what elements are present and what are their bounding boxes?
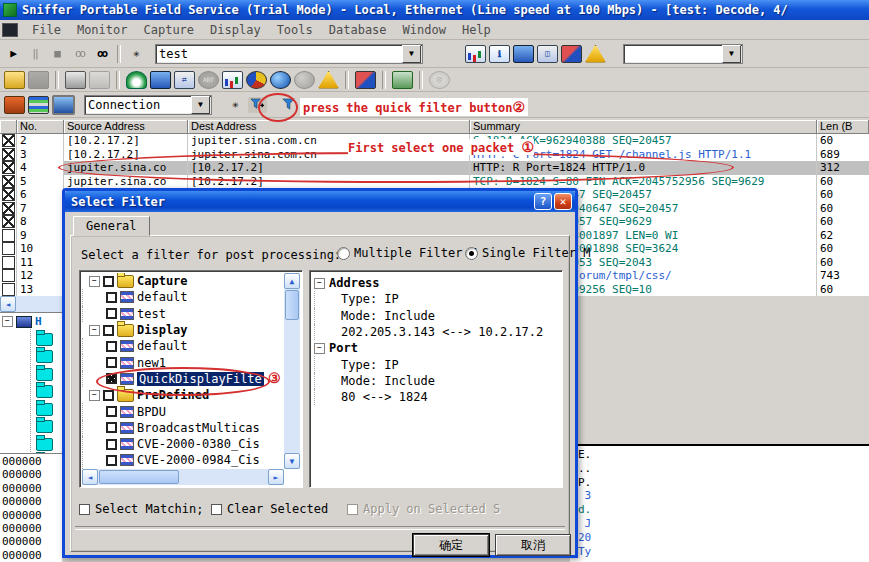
tab-general[interactable]: General: [73, 216, 150, 236]
row-checkbox[interactable]: [2, 283, 15, 296]
tree-item-filter[interactable]: BPDU: [82, 403, 284, 419]
checkbox-select-matching[interactable]: Select Matchin;: [79, 502, 203, 516]
header-len[interactable]: Len (B: [817, 120, 869, 134]
dialog-title-bar[interactable]: Select Filter ? ✕: [65, 191, 575, 212]
scroll-down-icon[interactable]: ▼: [284, 453, 300, 469]
menu-monitor[interactable]: Monitor: [69, 21, 136, 39]
menu-capture[interactable]: Capture: [135, 21, 202, 39]
row-checkbox[interactable]: [2, 161, 15, 174]
add-filter-icon[interactable]: [248, 97, 267, 113]
tree-item-filter[interactable]: default: [82, 338, 284, 354]
tree-folder-display[interactable]: − Display: [82, 322, 284, 338]
dashboard-gauge-icon[interactable]: [126, 71, 147, 89]
monitor-icon[interactable]: [52, 95, 75, 115]
decode-folder-icon[interactable]: [36, 403, 53, 416]
chevron-down-icon[interactable]: ▼: [191, 96, 210, 114]
alarm-log-icon[interactable]: [318, 71, 339, 89]
expand-icon[interactable]: −: [89, 276, 100, 287]
menu-tools[interactable]: Tools: [269, 21, 321, 39]
checkbox-icon[interactable]: [79, 504, 90, 515]
row-checkbox[interactable]: [2, 242, 15, 255]
tree-checkbox[interactable]: [106, 439, 117, 450]
tree-hscrollbar[interactable]: ◄ ►: [82, 469, 284, 485]
tree-vscrollbar[interactable]: ▲ ▼: [284, 273, 300, 469]
detail-port-header[interactable]: − Port: [314, 340, 562, 356]
chevron-down-icon[interactable]: ▼: [722, 45, 741, 63]
menu-display[interactable]: Display: [202, 21, 269, 39]
protocol-distribution-icon[interactable]: [561, 45, 582, 63]
row-checkbox[interactable]: [2, 202, 15, 215]
host-table-icon[interactable]: [513, 45, 534, 63]
tree-checkbox[interactable]: [106, 406, 117, 417]
menu-database[interactable]: Database: [321, 21, 395, 39]
tree-checkbox[interactable]: [103, 390, 114, 401]
tree-checkbox[interactable]: [106, 422, 117, 433]
close-button[interactable]: ✕: [554, 193, 572, 210]
tree-checkbox-checked[interactable]: [106, 373, 117, 384]
expand-icon[interactable]: −: [89, 390, 100, 401]
dashboard-icon[interactable]: [465, 45, 486, 63]
tree-folder-predefined[interactable]: − PreDefined: [82, 387, 284, 403]
ok-button[interactable]: 确定: [413, 534, 489, 556]
header-summary[interactable]: Summary: [470, 120, 817, 134]
decode-folder-icon[interactable]: [36, 333, 53, 346]
row-checkbox[interactable]: [2, 175, 15, 188]
capture-wizard-icon[interactable]: ✳: [127, 46, 146, 62]
row-checkbox[interactable]: [2, 256, 15, 269]
tree-item-quick-display-filter[interactable]: QuickDisplayFilte: [82, 371, 284, 387]
radio-multiple-filter[interactable]: Multiple Filter M: [337, 246, 477, 260]
header-no[interactable]: No.: [17, 120, 64, 134]
packet-generator-icon[interactable]: [392, 71, 413, 89]
profiles-icon[interactable]: [28, 96, 49, 114]
decode-folder-icon[interactable]: [36, 438, 53, 451]
tree-item-filter[interactable]: CVE-2000-0380_Cis: [82, 436, 284, 452]
right-combobox[interactable]: ▼: [623, 44, 743, 64]
row-checkbox[interactable]: [2, 269, 15, 282]
row-checkbox[interactable]: [2, 148, 15, 161]
tree-item-filter[interactable]: CVE-2000-0984_Cis: [82, 452, 284, 468]
tree-checkbox[interactable]: [106, 455, 117, 466]
expand-icon[interactable]: −: [314, 343, 325, 354]
start-capture-icon[interactable]: ▶: [4, 46, 23, 62]
table-row[interactable]: 5 jupiter.sina.co [10.2.17.2] TCP: D=182…: [0, 175, 869, 189]
address-book-icon[interactable]: [4, 96, 25, 114]
radio-icon-selected[interactable]: [465, 247, 478, 260]
expand-icon[interactable]: −: [89, 325, 100, 336]
scroll-thumb[interactable]: [285, 290, 299, 320]
tree-checkbox[interactable]: [106, 308, 117, 319]
row-checkbox[interactable]: [2, 229, 15, 242]
row-checkbox[interactable]: [2, 134, 15, 147]
capture-panel-icon[interactable]: [355, 71, 376, 89]
host-table-icon[interactable]: [150, 71, 171, 89]
quick-filter-icon[interactable]: [279, 97, 298, 113]
tree-item-filter[interactable]: new1: [82, 354, 284, 370]
checkbox-icon[interactable]: [211, 504, 222, 515]
scroll-left-icon[interactable]: ◄: [0, 296, 16, 312]
row-checkbox[interactable]: [2, 188, 15, 201]
cancel-button[interactable]: 取消: [495, 534, 571, 556]
detail-address-header[interactable]: − Address: [314, 275, 562, 291]
decode-folder-icon[interactable]: [36, 420, 53, 433]
tree-checkbox[interactable]: [106, 341, 117, 352]
filter-combobox[interactable]: Connection ▼: [84, 95, 212, 115]
global-statistics-icon[interactable]: [270, 71, 291, 89]
expand-icon[interactable]: −: [2, 316, 13, 327]
expand-icon[interactable]: −: [314, 278, 325, 289]
header-source[interactable]: Source Address: [64, 120, 188, 134]
statistics-icon[interactable]: [585, 45, 606, 63]
bar-chart-icon[interactable]: [222, 71, 243, 89]
scroll-right-icon[interactable]: ►: [268, 469, 284, 485]
tree-item-filter[interactable]: default: [82, 289, 284, 305]
menu-window[interactable]: Window: [395, 21, 454, 39]
decode-folder-icon[interactable]: [36, 368, 53, 381]
open-icon[interactable]: [4, 71, 25, 89]
checkbox-clear-selected[interactable]: Clear Selected: [211, 502, 328, 516]
table-row-selected[interactable]: 4 jupiter.sina.co [10.2.17.2] HTTP: R Po…: [0, 161, 869, 175]
chevron-down-icon[interactable]: ▼: [402, 45, 421, 63]
document-icon[interactable]: [2, 23, 18, 37]
tree-checkbox[interactable]: [106, 292, 117, 303]
scroll-up-icon[interactable]: ▲: [284, 273, 300, 289]
menu-file[interactable]: File: [24, 21, 69, 39]
help-button[interactable]: ?: [534, 193, 552, 210]
tree-checkbox[interactable]: [103, 276, 114, 287]
